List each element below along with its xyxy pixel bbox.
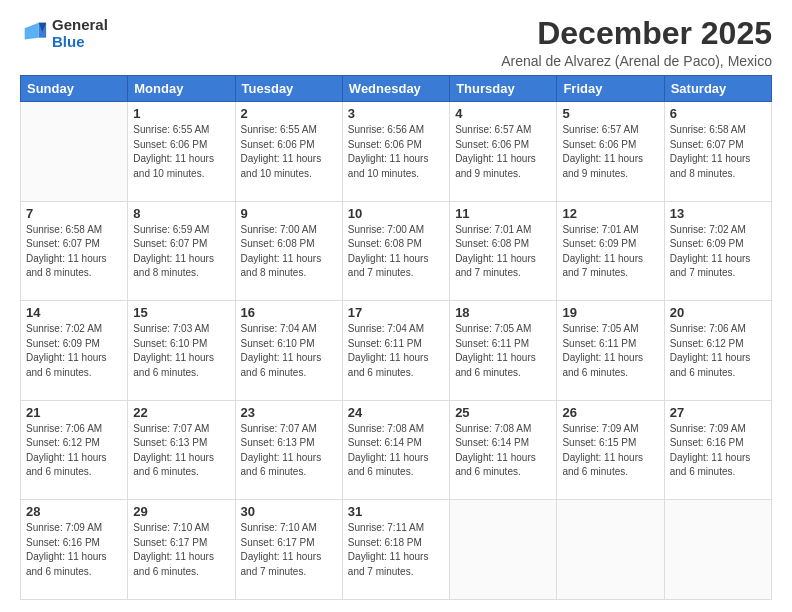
day-number: 11 — [455, 206, 551, 221]
day-number: 26 — [562, 405, 658, 420]
calendar-cell: 5Sunrise: 6:57 AM Sunset: 6:06 PM Daylig… — [557, 102, 664, 202]
logo-line1: General — [52, 16, 108, 33]
calendar-cell: 9Sunrise: 7:00 AM Sunset: 6:08 PM Daylig… — [235, 201, 342, 301]
day-info: Sunrise: 7:00 AM Sunset: 6:08 PM Dayligh… — [241, 223, 337, 281]
calendar-cell: 14Sunrise: 7:02 AM Sunset: 6:09 PM Dayli… — [21, 301, 128, 401]
calendar-header-row: SundayMondayTuesdayWednesdayThursdayFrid… — [21, 76, 772, 102]
day-number: 15 — [133, 305, 229, 320]
month-title: December 2025 — [501, 16, 772, 51]
calendar-cell: 21Sunrise: 7:06 AM Sunset: 6:12 PM Dayli… — [21, 400, 128, 500]
calendar-cell: 2Sunrise: 6:55 AM Sunset: 6:06 PM Daylig… — [235, 102, 342, 202]
day-info: Sunrise: 7:05 AM Sunset: 6:11 PM Dayligh… — [562, 322, 658, 380]
day-number: 7 — [26, 206, 122, 221]
weekday-header: Sunday — [21, 76, 128, 102]
day-info: Sunrise: 7:03 AM Sunset: 6:10 PM Dayligh… — [133, 322, 229, 380]
calendar-cell: 27Sunrise: 7:09 AM Sunset: 6:16 PM Dayli… — [664, 400, 771, 500]
calendar-cell: 8Sunrise: 6:59 AM Sunset: 6:07 PM Daylig… — [128, 201, 235, 301]
weekday-header: Friday — [557, 76, 664, 102]
day-info: Sunrise: 7:04 AM Sunset: 6:11 PM Dayligh… — [348, 322, 444, 380]
day-number: 24 — [348, 405, 444, 420]
day-number: 3 — [348, 106, 444, 121]
day-info: Sunrise: 7:06 AM Sunset: 6:12 PM Dayligh… — [26, 422, 122, 480]
svg-marker-2 — [25, 23, 39, 40]
day-info: Sunrise: 7:04 AM Sunset: 6:10 PM Dayligh… — [241, 322, 337, 380]
day-number: 18 — [455, 305, 551, 320]
day-number: 14 — [26, 305, 122, 320]
logo-icon — [20, 19, 48, 47]
weekday-header: Thursday — [450, 76, 557, 102]
day-info: Sunrise: 7:07 AM Sunset: 6:13 PM Dayligh… — [241, 422, 337, 480]
calendar-week-row: 14Sunrise: 7:02 AM Sunset: 6:09 PM Dayli… — [21, 301, 772, 401]
day-number: 17 — [348, 305, 444, 320]
day-info: Sunrise: 6:55 AM Sunset: 6:06 PM Dayligh… — [241, 123, 337, 181]
day-info: Sunrise: 6:59 AM Sunset: 6:07 PM Dayligh… — [133, 223, 229, 281]
day-info: Sunrise: 7:08 AM Sunset: 6:14 PM Dayligh… — [455, 422, 551, 480]
day-number: 29 — [133, 504, 229, 519]
day-info: Sunrise: 7:10 AM Sunset: 6:17 PM Dayligh… — [133, 521, 229, 579]
calendar-week-row: 21Sunrise: 7:06 AM Sunset: 6:12 PM Dayli… — [21, 400, 772, 500]
day-info: Sunrise: 7:07 AM Sunset: 6:13 PM Dayligh… — [133, 422, 229, 480]
calendar-cell — [21, 102, 128, 202]
weekday-header: Tuesday — [235, 76, 342, 102]
weekday-header: Wednesday — [342, 76, 449, 102]
day-info: Sunrise: 7:11 AM Sunset: 6:18 PM Dayligh… — [348, 521, 444, 579]
day-info: Sunrise: 7:00 AM Sunset: 6:08 PM Dayligh… — [348, 223, 444, 281]
day-info: Sunrise: 7:09 AM Sunset: 6:16 PM Dayligh… — [26, 521, 122, 579]
day-number: 4 — [455, 106, 551, 121]
day-info: Sunrise: 7:05 AM Sunset: 6:11 PM Dayligh… — [455, 322, 551, 380]
day-number: 23 — [241, 405, 337, 420]
calendar-cell: 3Sunrise: 6:56 AM Sunset: 6:06 PM Daylig… — [342, 102, 449, 202]
calendar-cell: 13Sunrise: 7:02 AM Sunset: 6:09 PM Dayli… — [664, 201, 771, 301]
calendar-cell: 26Sunrise: 7:09 AM Sunset: 6:15 PM Dayli… — [557, 400, 664, 500]
day-number: 5 — [562, 106, 658, 121]
calendar-week-row: 7Sunrise: 6:58 AM Sunset: 6:07 PM Daylig… — [21, 201, 772, 301]
day-number: 27 — [670, 405, 766, 420]
calendar-cell: 11Sunrise: 7:01 AM Sunset: 6:08 PM Dayli… — [450, 201, 557, 301]
day-number: 28 — [26, 504, 122, 519]
calendar-cell: 22Sunrise: 7:07 AM Sunset: 6:13 PM Dayli… — [128, 400, 235, 500]
day-number: 22 — [133, 405, 229, 420]
day-info: Sunrise: 6:57 AM Sunset: 6:06 PM Dayligh… — [455, 123, 551, 181]
calendar-cell — [557, 500, 664, 600]
day-info: Sunrise: 7:02 AM Sunset: 6:09 PM Dayligh… — [26, 322, 122, 380]
calendar-table: SundayMondayTuesdayWednesdayThursdayFrid… — [20, 75, 772, 600]
day-info: Sunrise: 6:55 AM Sunset: 6:06 PM Dayligh… — [133, 123, 229, 181]
calendar-week-row: 1Sunrise: 6:55 AM Sunset: 6:06 PM Daylig… — [21, 102, 772, 202]
day-number: 21 — [26, 405, 122, 420]
calendar-cell: 6Sunrise: 6:58 AM Sunset: 6:07 PM Daylig… — [664, 102, 771, 202]
day-number: 31 — [348, 504, 444, 519]
calendar-cell: 20Sunrise: 7:06 AM Sunset: 6:12 PM Dayli… — [664, 301, 771, 401]
day-info: Sunrise: 6:58 AM Sunset: 6:07 PM Dayligh… — [26, 223, 122, 281]
day-number: 25 — [455, 405, 551, 420]
day-number: 6 — [670, 106, 766, 121]
day-info: Sunrise: 7:01 AM Sunset: 6:08 PM Dayligh… — [455, 223, 551, 281]
calendar-cell: 30Sunrise: 7:10 AM Sunset: 6:17 PM Dayli… — [235, 500, 342, 600]
day-info: Sunrise: 6:58 AM Sunset: 6:07 PM Dayligh… — [670, 123, 766, 181]
calendar-cell: 16Sunrise: 7:04 AM Sunset: 6:10 PM Dayli… — [235, 301, 342, 401]
day-number: 30 — [241, 504, 337, 519]
logo: General Blue — [20, 16, 108, 51]
location-title: Arenal de Alvarez (Arenal de Paco), Mexi… — [501, 53, 772, 69]
logo-text: General Blue — [52, 16, 108, 51]
calendar-cell: 7Sunrise: 6:58 AM Sunset: 6:07 PM Daylig… — [21, 201, 128, 301]
day-number: 19 — [562, 305, 658, 320]
logo-line2: Blue — [52, 33, 108, 50]
day-number: 9 — [241, 206, 337, 221]
calendar-cell — [664, 500, 771, 600]
day-info: Sunrise: 6:56 AM Sunset: 6:06 PM Dayligh… — [348, 123, 444, 181]
day-info: Sunrise: 7:02 AM Sunset: 6:09 PM Dayligh… — [670, 223, 766, 281]
day-number: 2 — [241, 106, 337, 121]
day-number: 13 — [670, 206, 766, 221]
day-info: Sunrise: 7:09 AM Sunset: 6:16 PM Dayligh… — [670, 422, 766, 480]
calendar-cell: 10Sunrise: 7:00 AM Sunset: 6:08 PM Dayli… — [342, 201, 449, 301]
calendar-cell: 19Sunrise: 7:05 AM Sunset: 6:11 PM Dayli… — [557, 301, 664, 401]
calendar-cell: 23Sunrise: 7:07 AM Sunset: 6:13 PM Dayli… — [235, 400, 342, 500]
calendar-cell: 29Sunrise: 7:10 AM Sunset: 6:17 PM Dayli… — [128, 500, 235, 600]
day-number: 20 — [670, 305, 766, 320]
day-info: Sunrise: 7:01 AM Sunset: 6:09 PM Dayligh… — [562, 223, 658, 281]
day-info: Sunrise: 7:09 AM Sunset: 6:15 PM Dayligh… — [562, 422, 658, 480]
calendar-cell: 25Sunrise: 7:08 AM Sunset: 6:14 PM Dayli… — [450, 400, 557, 500]
calendar-cell: 24Sunrise: 7:08 AM Sunset: 6:14 PM Dayli… — [342, 400, 449, 500]
day-number: 12 — [562, 206, 658, 221]
day-number: 8 — [133, 206, 229, 221]
